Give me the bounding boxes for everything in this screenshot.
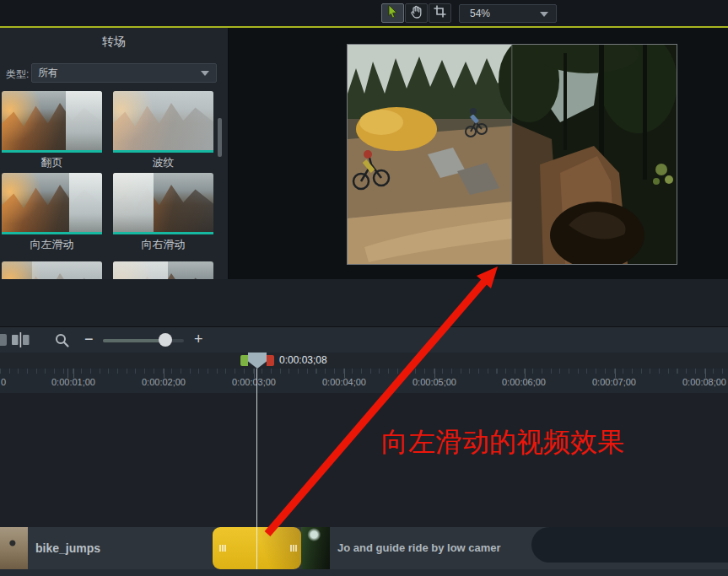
ruler-minor-ticks (0, 369, 728, 374)
transition-item-slide-right[interactable]: 向右滑动 (113, 173, 213, 253)
transition-item-partial[interactable] (2, 261, 102, 279)
main-content: 转场 类型: 所有 翻页 波纹 向左滑动 (0, 28, 728, 279)
crop-tool-button[interactable] (429, 3, 451, 23)
clip2-trailing-region[interactable] (531, 527, 728, 563)
ruler-label: 0:00:04;00 (322, 377, 366, 387)
playhead-timecode: 0:00:03;08 (279, 354, 327, 366)
top-toolbar: 54% (0, 0, 728, 26)
transition-thumbnail (2, 91, 102, 150)
ruler-label: 0:00:06;00 (502, 377, 546, 387)
timeline-zoom-in-button[interactable]: + (194, 327, 203, 353)
select-tool-button[interactable] (381, 3, 404, 23)
clipped-tool-icon[interactable] (0, 334, 7, 346)
playhead-marker[interactable] (248, 353, 267, 369)
preview-area (229, 28, 728, 279)
ruler-label: 0:00:03;00 (232, 377, 276, 387)
ruler-label: 0:00:07;00 (592, 377, 636, 387)
timeline-zoom-slider-handle[interactable] (159, 333, 172, 347)
time-ruler[interactable]: 0 0:00:01;00 0:00:02;00 0:00:03;00 0:00:… (0, 369, 728, 393)
clip2-name[interactable]: Jo and guide ride by low camer (337, 527, 501, 569)
selection-in-handle[interactable] (240, 355, 248, 366)
transition-label: 波纹 (113, 153, 213, 171)
transitions-panel: 转场 类型: 所有 翻页 波纹 向左滑动 (0, 28, 229, 279)
crop-icon (434, 5, 446, 21)
timeline-header: 0:00:03;08 0 0:00:01;00 0:00:02;00 0:00:… (0, 353, 728, 393)
transition-item-page-turn[interactable]: 翻页 (2, 91, 102, 171)
ruler-label: 0:00:01;00 (51, 377, 95, 387)
preview-art (348, 45, 677, 264)
type-filter-label: 类型: (6, 67, 29, 82)
ruler-label: 0 (1, 377, 6, 387)
transition-right-grip[interactable] (290, 545, 292, 552)
timeline-search-button[interactable] (54, 332, 70, 352)
timeline-tracks: bike_jumps Jo and guide ride by low came… (0, 393, 728, 576)
transition-label: 翻页 (2, 153, 102, 171)
clip2-thumbnail (301, 527, 330, 569)
annotation-text: 向左滑动的视频效果 (381, 424, 624, 461)
type-filter-value: 所有 (38, 66, 58, 80)
panel-scrollbar[interactable] (218, 118, 222, 157)
selection-out-handle[interactable] (267, 355, 274, 366)
timeline-zoom-slider-fill (103, 339, 165, 342)
chevron-down-icon (540, 12, 548, 17)
transition-left-grip[interactable] (219, 545, 221, 552)
transition-thumbnail (2, 173, 102, 232)
transition-thumbnail (113, 261, 213, 279)
transition-label: 向左滑动 (2, 234, 102, 253)
transition-item-partial[interactable] (113, 261, 213, 279)
transition-thumbnail (113, 91, 213, 150)
cursor-icon (386, 4, 399, 22)
chevron-down-icon (201, 71, 209, 76)
tracks-bottom-strip (0, 569, 728, 576)
transition-thumbnail (2, 261, 102, 279)
transition-item-slide-left[interactable]: 向左滑动 (2, 173, 102, 253)
ruler-label: 0:00:05;00 (413, 377, 456, 387)
transition-item-ripple[interactable]: 波纹 (113, 91, 213, 171)
type-filter-dropdown[interactable]: 所有 (31, 63, 217, 83)
timeline-toolbar: − + (0, 326, 728, 353)
timeline-zoom-out-button[interactable]: − (84, 327, 94, 353)
magnifier-icon (54, 332, 70, 348)
hand-icon (410, 5, 423, 22)
playhead-line[interactable] (256, 369, 257, 569)
ruler-label: 0:00:08;00 (682, 377, 726, 387)
transition-label: 向右滑动 (113, 234, 213, 253)
split-icon (11, 332, 30, 347)
split-button[interactable] (11, 332, 30, 351)
preview-canvas[interactable] (347, 44, 677, 265)
playback-controls (0, 279, 728, 326)
clip1-name[interactable]: bike_jumps (35, 527, 100, 569)
ruler-label: 0:00:02;00 (142, 377, 186, 387)
pan-tool-button[interactable] (405, 3, 428, 23)
video-editor-window: 54% 转场 类型: 所有 翻页 波纹 (0, 0, 728, 576)
canvas-zoom-dropdown[interactable]: 54% (459, 4, 557, 23)
panel-title: 转场 (0, 35, 228, 50)
canvas-zoom-value: 54% (470, 8, 490, 19)
transition-thumbnail (113, 173, 213, 232)
clip1-thumbnail (0, 527, 28, 569)
